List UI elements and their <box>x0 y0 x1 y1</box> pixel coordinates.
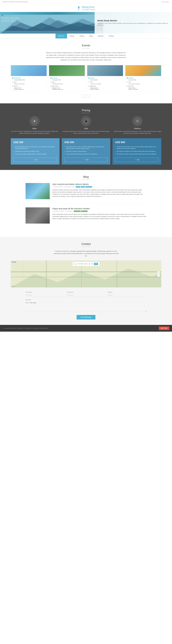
plan-silver-price: USD 400 <box>13 141 57 144</box>
subject-input[interactable] <box>108 294 147 297</box>
event-img-2 <box>49 65 85 76</box>
form-top-row: Your Name Your Email Subject <box>25 292 147 297</box>
blog-post-2-excerpt: Sed ut perspiciatis unde omnis iste natu… <box>52 213 147 220</box>
pricing-silver-label: Silver <box>11 128 58 130</box>
event-venue-text-1: Lifestyle Mall <box>12 87 45 89</box>
footer-download-button[interactable]: 免费下载画 <box>159 326 169 330</box>
events-title: Events <box>11 44 161 47</box>
nav-pricing[interactable]: Pricing <box>77 34 87 38</box>
plan-gold-buy-button[interactable]: 🛒 Buy <box>64 158 108 162</box>
message-field-group: Message <box>25 299 147 315</box>
event-date-2: Thursday <box>50 77 84 79</box>
plan-silver-buy-button[interactable]: 🛒 Buy <box>13 158 57 162</box>
nav-events[interactable]: Events <box>67 34 77 38</box>
pin-icon-4 <box>127 86 128 87</box>
blog-post-2-author[interactable]: George <box>60 210 64 212</box>
pricing-gold: 📱 Gold Consectetur adipiscing elit, sed … <box>62 116 110 134</box>
contact-title: Contact <box>11 242 161 246</box>
plan-gold-feature-1: Lorem ipsum dolor sit amet, consectetur … <box>64 146 108 149</box>
pricing-gold-circle: 📱 <box>81 116 91 126</box>
plan-platinum-price: USD 800 <box>115 141 159 144</box>
event-img-3 <box>87 65 123 76</box>
message-textarea[interactable] <box>25 301 147 312</box>
map-search-bar[interactable]: 🔍 北京市朝阳区[搜索Google 地图... 搜索 <box>73 262 99 266</box>
event-date-3: Sunday <box>88 77 122 79</box>
cart-icon-3: 🛒 <box>134 159 136 161</box>
event-time-text-2: 6:30 PM to 9:30 PM <box>50 83 84 85</box>
plan-platinum-card: USD 800 Ut enim ad minim veniam, quis no… <box>112 138 161 164</box>
pricing-platinum-circle: ✏ <box>133 116 142 126</box>
logo-text: Reactive Free HTML5 Template <box>82 6 95 10</box>
event-time-3: Time <box>88 82 122 83</box>
map-search-button[interactable]: 搜索 <box>94 263 98 265</box>
event-venue-4: Open Hall <box>127 86 160 87</box>
events-grid: Wednesday 3rd September 2084 Time 9:00 A… <box>11 65 161 92</box>
events-prev-btn[interactable]: ‹ <box>82 94 86 98</box>
blog-img-2 <box>25 208 50 224</box>
event-card-4: Saturday 2nd June 2084 Time 11:00 AM to … <box>125 65 161 92</box>
footer: 17 Responsive Bootstrap Templates | For … <box>0 325 172 332</box>
pricing-gold-label: Gold <box>62 128 110 130</box>
pin-icon-1 <box>12 86 13 87</box>
blog-post-2-tag-2: New Trend <box>81 210 87 212</box>
pricing-silver: ♥ Silver Duis aute irure dolor in repreh… <box>11 116 58 134</box>
message-label: Message <box>25 299 147 300</box>
blog-post-1-author[interactable]: Killa <box>60 186 62 188</box>
nav-external[interactable]: External <box>95 34 106 38</box>
cart-icon-2: 🛒 <box>84 159 85 161</box>
event-time-2: Time <box>50 82 84 83</box>
event-info-3: Sunday 5th July 2084 Time 11:00 AM - 6:0… <box>87 76 123 91</box>
events-next-btn[interactable]: › <box>86 94 90 98</box>
event-location-3: Phuket, Thailand <box>88 89 122 90</box>
user-login-link[interactable]: User Login ▾ <box>162 1 169 2</box>
plan-silver-card: USD 400 Sed ut perspiciatis unde omnis i… <box>11 138 60 164</box>
map-google-label: Google <box>11 261 16 263</box>
calendar-icon-2 <box>50 78 51 78</box>
map-bg: Google 🔍 北京市朝阳区[搜索Google 地图... 搜索 + − Go… <box>11 260 161 288</box>
logo-icon <box>77 6 81 10</box>
plan-platinum-feature-1: Ut enim ad minim veniam, quis nostrud ex… <box>115 146 159 149</box>
hero-left-text1: ioctuet porttitor ero. Nulla consequat <box>1 17 62 18</box>
event-date-1: Wednesday <box>12 77 45 79</box>
map-zoom-in-button[interactable]: + <box>157 271 160 274</box>
blog-post-2-tag-1: New Design <box>74 210 81 212</box>
clock-icon-1 <box>12 82 13 82</box>
event-info-1: Wednesday 3rd September 2084 Time 9:00 A… <box>11 76 47 91</box>
clock-icon-2 <box>50 82 51 82</box>
svg-rect-7 <box>0 31 103 34</box>
email-input[interactable] <box>67 294 105 297</box>
contact-section: Contact Feel free to send us a message r… <box>0 237 172 325</box>
name-field-group: Your Name <box>25 292 64 297</box>
name-input[interactable] <box>25 294 64 297</box>
event-img-4 <box>125 65 161 76</box>
clock-icon-4 <box>127 82 128 82</box>
nav-blog[interactable]: Blog <box>87 34 95 38</box>
nav-contact[interactable]: Contact <box>106 34 116 38</box>
pricing-gold-desc: Consectetur adipiscing elit, sed do eius… <box>62 130 110 134</box>
hero-text-left: ate ioctuet porttitor ero. Nulla consequ… <box>1 15 62 22</box>
hero-overlay-text: Dragonfluit is a free HTML5 website temp… <box>97 22 169 26</box>
events-description: Reactive is free HTML5 template based on… <box>46 52 126 61</box>
pricing-platinum-label: Platinum <box>114 128 161 130</box>
event-venue-3: Digital Hall <box>88 86 122 87</box>
pricing-gold-inner: 📱 <box>82 118 90 125</box>
nav-welcome[interactable]: Welcome <box>56 34 67 38</box>
pricing-silver-circle: ♥ <box>30 116 39 126</box>
plan-platinum-buy-button[interactable]: 🛒 Buy <box>115 158 159 162</box>
email-field-group: Your Email <box>67 292 105 297</box>
pricing-icons-grid: ♥ Silver Duis aute irure dolor in repreh… <box>11 116 161 134</box>
event-date-text-3: 5th July 2084 <box>88 79 122 80</box>
map-zoom-out-button[interactable]: − <box>157 274 160 277</box>
blog-post-1: Quis nostrud exercitation ullamco labori… <box>25 183 147 203</box>
clock-icon-3 <box>88 82 90 82</box>
event-date-text-4: 2nd June 2084 <box>127 79 160 80</box>
event-time-4: Time <box>127 82 160 83</box>
blog-section: Blog Quis nostrud exercitation ullamco l… <box>0 170 172 237</box>
map-zoom-controls: + − <box>157 271 160 277</box>
event-time-1: Time <box>12 82 45 83</box>
blog-post-1-title: Quis nostrud exercitation ullamco labori… <box>52 183 147 185</box>
send-message-button[interactable]: Send Message <box>77 315 95 320</box>
map-watermark: Google <box>11 286 15 287</box>
blog-post-2: Eaque ipsa quae ab illo inventore verita… <box>25 208 147 228</box>
event-venue-text-3: Patong Beach <box>88 87 122 89</box>
